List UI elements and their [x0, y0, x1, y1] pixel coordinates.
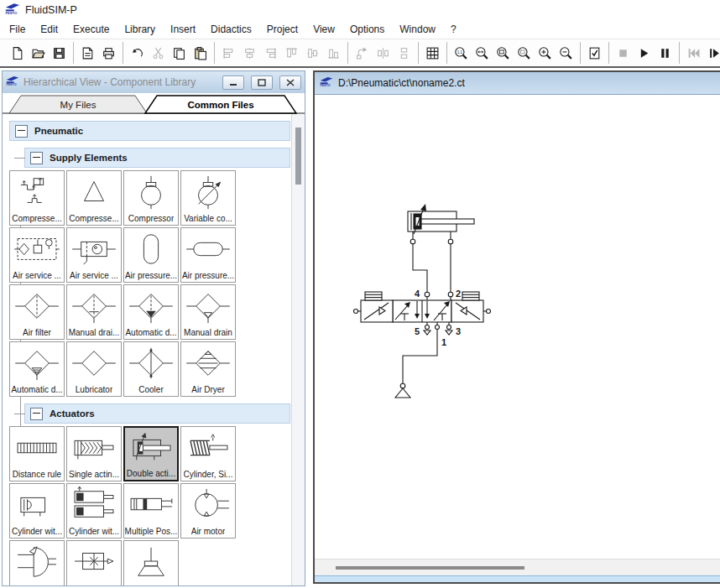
collapse-icon[interactable]: [30, 408, 43, 420]
close-button[interactable]: [279, 75, 301, 90]
circuit-cylinder[interactable]: [408, 204, 474, 244]
component-tile-suction-cup[interactable]: [123, 540, 179, 585]
component-tile-cylinder-plain[interactable]: Cylinder wit...: [9, 483, 65, 539]
maximize-button[interactable]: [251, 75, 273, 90]
distribute-button: [394, 43, 415, 63]
component-tile-air-dryer[interactable]: Air Dryer: [180, 341, 236, 397]
close-icon: [286, 76, 295, 89]
component-tile-single-acting-cylinder[interactable]: Single actin...: [66, 426, 122, 481]
reset-simulation-button: [683, 43, 704, 63]
zoom-rectangle-button[interactable]: [514, 43, 535, 63]
component-tile-filter-manual-drain[interactable]: Manual drai...: [66, 284, 122, 340]
paste-button[interactable]: [190, 43, 211, 63]
component-tile-label: Cooler: [138, 384, 163, 396]
collapse-icon[interactable]: [30, 152, 43, 164]
print-button[interactable]: [98, 43, 119, 63]
open-button[interactable]: [28, 43, 49, 63]
component-tile-variable-compressor[interactable]: Variable co...: [180, 170, 236, 226]
zoom-fit-page-button[interactable]: [493, 43, 514, 63]
circuit-canvas[interactable]: 4 2 5 3 1: [315, 95, 720, 559]
component-tile-distance-rule[interactable]: Distance rule: [9, 426, 65, 481]
single-step-button[interactable]: [704, 43, 720, 63]
component-tile-label: Variable co...: [184, 213, 232, 225]
minimize-button[interactable]: [222, 75, 244, 90]
menu-item-library[interactable]: Library: [117, 22, 163, 37]
horizontal-scroll-thumb[interactable]: [336, 566, 524, 570]
menu-item-edit[interactable]: Edit: [33, 22, 65, 37]
component-tile-air-reservoir-horizontal[interactable]: Air pressure...: [180, 227, 236, 283]
component-tile-air-reservoir-vertical[interactable]: Air pressure...: [123, 227, 179, 283]
menu-item-help[interactable]: ?: [443, 22, 464, 37]
document-horizontal-scrollbar[interactable]: [315, 559, 720, 576]
component-tile-air-service-unit-simple[interactable]: Air service ...: [66, 227, 122, 283]
menu-item-insert[interactable]: Insert: [163, 22, 203, 37]
copy-button[interactable]: [169, 43, 190, 63]
air-service-unit-simple-icon: [70, 228, 118, 270]
document-title-bar[interactable]: FESTO D:\Pneumatic\ct\noname2.ct: [315, 72, 720, 95]
menu-item-view[interactable]: View: [305, 22, 342, 37]
menu-item-project[interactable]: Project: [259, 22, 305, 37]
zoom-in-icon: [538, 46, 552, 60]
cylinder-plain-icon: [13, 484, 61, 526]
component-tile-filter-automatic-drain[interactable]: Automatic d...: [123, 284, 179, 340]
festo-logo-icon: FESTO: [320, 76, 333, 90]
component-tile-cylinder-spring[interactable]: Cylinder, Si...: [180, 426, 236, 481]
port-label-2: 2: [456, 289, 461, 299]
component-tile-air-motor[interactable]: Air motor: [180, 483, 236, 539]
zoom-in-button[interactable]: [535, 43, 556, 63]
title-bar[interactable]: FESTO FluidSIM-P: [0, 0, 720, 20]
collapse-icon[interactable]: [15, 125, 28, 138]
panel-title-bar[interactable]: FESTO Hierarchical View - Component Libr…: [3, 71, 305, 93]
component-tile-compressed-air-supply-unit[interactable]: Compresse...: [9, 170, 65, 226]
component-tile-multiple-position-cylinder[interactable]: Multiple Pos...: [123, 483, 179, 539]
menu-item-file[interactable]: File: [2, 22, 33, 37]
zoom-out-button[interactable]: [556, 43, 577, 63]
automatic-drain-icon: [13, 342, 61, 384]
single-acting-cylinder-icon: [70, 427, 118, 469]
minimize-icon: [229, 76, 237, 89]
svg-text:FESTO: FESTO: [5, 11, 17, 15]
component-tile-air-service-unit[interactable]: Air service ...: [9, 227, 65, 283]
component-tile-air-filter[interactable]: Air filter: [9, 284, 65, 340]
menu-item-execute[interactable]: Execute: [65, 22, 117, 37]
pause-simulation-button[interactable]: [655, 43, 676, 63]
component-tile-rotary-drive[interactable]: [66, 540, 122, 585]
circuit-air-source[interactable]: [395, 383, 410, 398]
component-tile-cylinder-double-rod[interactable]: Cylinder wit...: [66, 483, 122, 539]
cut-button: [148, 43, 169, 63]
component-tile-double-acting-cylinder[interactable]: Double acti...: [123, 426, 179, 481]
manual-drain-icon: [184, 285, 232, 327]
page-preview-button[interactable]: [77, 43, 98, 63]
zoom-actual-size-button[interactable]: 1:1: [451, 43, 472, 63]
component-tile-compressed-air-supply[interactable]: Compresse...: [66, 170, 122, 226]
circuit-valve[interactable]: [354, 292, 491, 335]
library-vertical-scrollbar[interactable]: [291, 114, 305, 585]
circuit-diagram: 4 2 5 3 1: [315, 95, 718, 554]
tree-node-pneumatic[interactable]: Pneumatic: [9, 121, 290, 141]
component-tile-lubricator[interactable]: Lubricator: [66, 341, 122, 397]
component-tile-cooler[interactable]: Cooler: [123, 341, 179, 397]
menu-bar: FileEditExecuteLibraryInsertDidacticsPro…: [0, 20, 720, 39]
new-icon: [10, 46, 24, 60]
component-tile-automatic-drain[interactable]: Automatic d...: [9, 341, 65, 397]
component-tile-label: Single actin...: [69, 469, 119, 481]
start-simulation-button[interactable]: [634, 43, 655, 63]
tree-node-actuators[interactable]: Actuators: [24, 403, 290, 424]
component-tile-semi-rotary-drive[interactable]: [9, 540, 65, 585]
menu-item-options[interactable]: Options: [342, 22, 392, 37]
menu-item-didactics[interactable]: Didactics: [203, 22, 259, 37]
grid-button[interactable]: [422, 43, 443, 63]
vertical-scroll-thumb[interactable]: [295, 127, 301, 185]
component-tile-label: Distance rule: [13, 469, 61, 481]
align-top-icon: [284, 46, 299, 60]
zoom-previous-view-button[interactable]: [472, 43, 493, 63]
menu-item-window[interactable]: Window: [392, 22, 443, 37]
component-tile-compressor[interactable]: Compressor: [123, 170, 179, 226]
component-tile-manual-drain[interactable]: Manual drain: [180, 284, 236, 340]
save-button[interactable]: [49, 43, 70, 63]
circuit-check-button[interactable]: [584, 43, 605, 63]
tree-node-supply-elements[interactable]: Supply Elements: [24, 148, 290, 168]
undo-button[interactable]: [127, 43, 148, 63]
component-tile-label: Multiple Pos...: [125, 526, 178, 538]
new-button[interactable]: [7, 43, 28, 63]
